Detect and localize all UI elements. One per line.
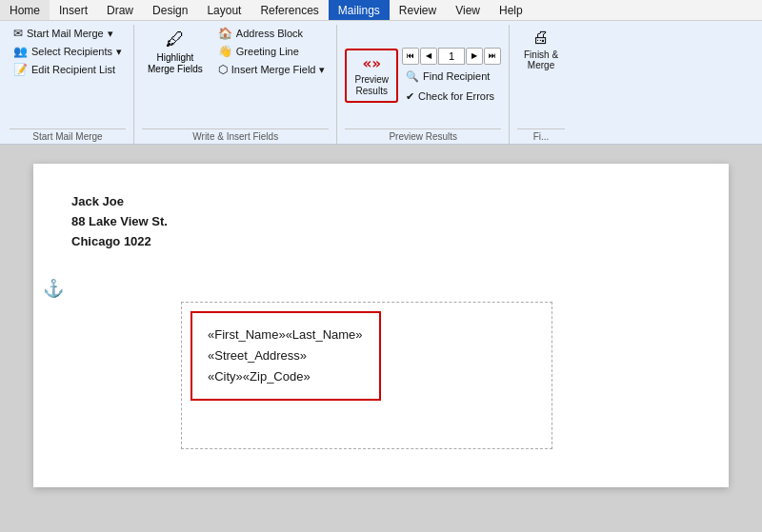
check-for-errors-btn[interactable]: ✔ Check for Errors (402, 89, 501, 105)
preview-results-btn[interactable]: «» PreviewResults (345, 49, 398, 103)
menu-design[interactable]: Design (143, 0, 197, 20)
group-start-mail-merge: ✉ Start Mail Merge ▾ 👥 Select Recipients… (2, 25, 134, 144)
finish-group-label: Fi... (517, 128, 565, 144)
edit-recipient-list-icon: 📝 (13, 63, 28, 76)
merge-field-line-1: «First_Name»«Last_Name» (208, 325, 364, 345)
start-mail-merge-icon: ✉ (13, 27, 23, 40)
start-mail-merge-stack: ✉ Start Mail Merge ▾ 👥 Select Recipients… (10, 25, 126, 78)
start-mail-merge-arrow: ▾ (108, 28, 113, 40)
nav-first-btn[interactable]: ⏮ (402, 48, 419, 65)
address-block-btn[interactable]: 🏠 Address Block (214, 25, 330, 42)
menu-home[interactable]: Home (0, 0, 50, 20)
group-preview-results: «» PreviewResults ⏮ ◀ ▶ ⏭ 🔍 (337, 25, 510, 144)
nav-last-btn[interactable]: ⏭ (484, 48, 501, 65)
insert-merge-field-arrow: ▾ (319, 64, 325, 76)
address-block-icon: 🏠 (218, 27, 232, 40)
merge-field-line-2: «Street_Address» (208, 345, 364, 366)
finish-merge-icon: 🖨 (532, 28, 550, 48)
menu-view[interactable]: View (446, 0, 490, 20)
highlight-icon: 🖊 (166, 29, 185, 50)
highlight-merge-fields-btn[interactable]: 🖊 HighlightMerge Fields (142, 25, 209, 79)
ribbon: ✉ Start Mail Merge ▾ 👥 Select Recipients… (0, 21, 762, 145)
nav-prev-btn[interactable]: ◀ (420, 48, 437, 65)
highlight-label: HighlightMerge Fields (148, 52, 203, 75)
menu-review[interactable]: Review (390, 0, 446, 20)
write-insert-group-label: Write & Insert Fields (142, 128, 329, 144)
address-block-content: Jack Joe 88 Lake View St. Chicago 1022 (71, 192, 691, 251)
edit-recipient-list-label: Edit Recipient List (31, 64, 115, 75)
find-recipient-icon: 🔍 (406, 70, 419, 83)
preview-results-icon: «» (363, 54, 381, 72)
group-write-insert: 🖊 HighlightMerge Fields 🏠 Address Block … (134, 25, 337, 144)
menu-references[interactable]: References (251, 0, 328, 20)
insert-merge-field-label: Insert Merge Field (231, 64, 316, 75)
document-area: ⚓ Jack Joe 88 Lake View St. Chicago 1022… (0, 145, 762, 532)
group-finish: 🖨 Finish &Merge Fi... (510, 25, 572, 144)
edit-recipient-list-btn[interactable]: 📝 Edit Recipient List (10, 61, 126, 78)
start-mail-merge-buttons: ✉ Start Mail Merge ▾ 👥 Select Recipients… (10, 25, 126, 127)
menu-bar: Home Insert Draw Design Layout Reference… (0, 0, 762, 21)
document-page: ⚓ Jack Joe 88 Lake View St. Chicago 1022… (33, 164, 729, 487)
select-recipients-arrow: ▾ (116, 46, 122, 58)
nav-page-input[interactable] (438, 48, 465, 65)
anchor-icon: ⚓ (43, 278, 64, 299)
address-block-label: Address Block (236, 28, 303, 39)
select-recipients-btn[interactable]: 👥 Select Recipients ▾ (10, 43, 126, 60)
write-insert-buttons: 🖊 HighlightMerge Fields 🏠 Address Block … (142, 25, 329, 127)
merge-field-box[interactable]: «First_Name»«Last_Name» «Street_Address»… (190, 311, 381, 401)
greeting-line-icon: 👋 (218, 45, 232, 58)
find-recipient-label: Find Recipient (423, 70, 490, 82)
ribbon-content: ✉ Start Mail Merge ▾ 👥 Select Recipients… (0, 21, 762, 144)
address-line-2: 88 Lake View St. (71, 212, 691, 232)
start-mail-merge-btn[interactable]: ✉ Start Mail Merge ▾ (10, 25, 126, 42)
select-recipients-icon: 👥 (13, 45, 28, 58)
finish-merge-label: Finish &Merge (524, 49, 558, 70)
start-mail-merge-group-label: Start Mail Merge (10, 128, 126, 144)
menu-draw[interactable]: Draw (97, 0, 143, 20)
nav-and-find: ⏮ ◀ ▶ ⏭ 🔍 Find Recipient ✔ Check for (402, 48, 501, 105)
select-recipients-label: Select Recipients (31, 46, 112, 57)
finish-merge-btn[interactable]: 🖨 Finish &Merge (517, 25, 565, 73)
nav-row: ⏮ ◀ ▶ ⏭ (402, 48, 501, 65)
start-mail-merge-label: Start Mail Merge (27, 28, 104, 39)
preview-results-buttons: «» PreviewResults ⏮ ◀ ▶ ⏭ 🔍 (345, 25, 501, 127)
greeting-line-btn[interactable]: 👋 Greeting Line (214, 43, 330, 60)
check-for-errors-icon: ✔ (406, 90, 414, 103)
check-for-errors-label: Check for Errors (418, 90, 494, 102)
menu-layout[interactable]: Layout (197, 0, 251, 20)
address-line-3: Chicago 1022 (71, 232, 691, 252)
menu-insert[interactable]: Insert (50, 0, 97, 20)
preview-results-label: PreviewResults (354, 74, 389, 97)
insert-merge-field-icon: ⬡ (218, 63, 228, 76)
address-line-1: Jack Joe (71, 192, 691, 212)
menu-help[interactable]: Help (490, 0, 532, 20)
finish-buttons: 🖨 Finish &Merge (517, 25, 565, 127)
preview-results-group-label: Preview Results (345, 128, 501, 144)
nav-next-btn[interactable]: ▶ (466, 48, 483, 65)
greeting-line-label: Greeting Line (236, 46, 299, 57)
merge-field-line-3: «City»«Zip_Code» (208, 366, 364, 387)
write-insert-stack: 🏠 Address Block 👋 Greeting Line ⬡ Insert… (214, 25, 330, 78)
find-recipient-btn[interactable]: 🔍 Find Recipient (402, 69, 501, 85)
insert-merge-field-btn[interactable]: ⬡ Insert Merge Field ▾ (214, 61, 330, 78)
menu-mailings[interactable]: Mailings (329, 0, 390, 20)
